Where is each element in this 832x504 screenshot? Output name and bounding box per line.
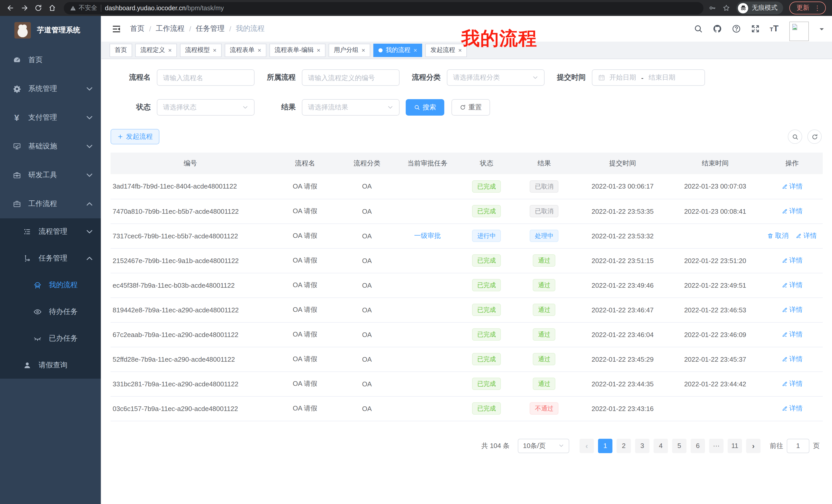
sidebar-item-system[interactable]: 系统管理 bbox=[0, 75, 101, 103]
back-button[interactable] bbox=[4, 2, 17, 15]
sidebar-item-leave-query[interactable]: 请假查询 bbox=[0, 352, 101, 379]
help-icon[interactable] bbox=[732, 24, 741, 33]
detail-link[interactable]: 详情 bbox=[782, 379, 803, 388]
sidebar-item-task-mgmt[interactable]: 任务管理 bbox=[0, 245, 101, 272]
page-button-4[interactable]: 4 bbox=[654, 439, 668, 453]
security-chip[interactable]: 不安全 bbox=[70, 4, 97, 12]
tab-用户分组[interactable]: 用户分组× bbox=[329, 44, 370, 57]
detail-link[interactable]: 详情 bbox=[782, 330, 803, 339]
sidebar-item-my-process[interactable]: 我的流程 bbox=[0, 272, 101, 299]
page-button-3[interactable]: 3 bbox=[635, 439, 649, 453]
page-button-6[interactable]: 6 bbox=[691, 439, 705, 453]
sidebar-item-workflow[interactable]: 工作流程 bbox=[0, 190, 101, 218]
bookmark-star-icon[interactable] bbox=[723, 4, 730, 12]
page-button-11[interactable]: 11 bbox=[728, 439, 742, 453]
page-button-2[interactable]: 2 bbox=[617, 439, 631, 453]
sidebar-item-home[interactable]: 首页 bbox=[0, 46, 101, 75]
sidebar-item-done-task[interactable]: 已办任务 bbox=[0, 325, 101, 352]
date-range-picker[interactable]: 开始日期 - 结束日期 bbox=[592, 69, 705, 86]
refresh-table-button[interactable] bbox=[807, 130, 822, 144]
fullscreen-icon[interactable] bbox=[751, 24, 760, 33]
sidebar-item-devtools[interactable]: 研发工具 bbox=[0, 161, 101, 190]
status-badge: 已完成 bbox=[472, 180, 501, 193]
task-link[interactable]: 一级审批 bbox=[414, 232, 441, 240]
cell-result: 通过 bbox=[512, 298, 576, 322]
detail-link[interactable]: 详情 bbox=[782, 305, 803, 314]
breadcrumb-item[interactable]: 首页 bbox=[130, 24, 145, 33]
reset-button[interactable]: 重置 bbox=[451, 99, 490, 116]
page-jump-input[interactable] bbox=[787, 439, 809, 453]
detail-link[interactable]: 详情 bbox=[796, 231, 817, 241]
close-icon[interactable]: × bbox=[458, 47, 462, 53]
sidebar-item-todo-task[interactable]: 待办任务 bbox=[0, 299, 101, 325]
process-name-input[interactable] bbox=[163, 74, 249, 81]
cancel-link[interactable]: 取消 bbox=[768, 231, 788, 241]
detail-link[interactable]: 详情 bbox=[782, 256, 803, 265]
cell-current-task bbox=[394, 322, 461, 347]
more-pages-button[interactable]: ··· bbox=[709, 439, 724, 453]
result-select[interactable]: 请选择流结果 bbox=[302, 99, 399, 116]
table-row: 7317cec6-7b9b-11ec-b5b7-acde48001122OA 请… bbox=[110, 223, 823, 248]
close-icon[interactable]: × bbox=[168, 47, 172, 53]
tab-首页[interactable]: 首页 bbox=[109, 44, 132, 57]
close-icon[interactable]: × bbox=[362, 47, 365, 53]
close-icon[interactable]: × bbox=[213, 47, 216, 53]
show-search-button[interactable] bbox=[788, 130, 802, 144]
detail-link[interactable]: 详情 bbox=[782, 355, 803, 364]
category-select[interactable]: 请选择流程分类 bbox=[447, 69, 545, 86]
chevron-down-icon bbox=[85, 228, 94, 236]
prev-page-button[interactable]: ‹ bbox=[579, 439, 594, 453]
breadcrumb-item[interactable]: 工作流程 bbox=[156, 24, 185, 33]
reload-button[interactable] bbox=[32, 2, 45, 15]
home-button[interactable] bbox=[46, 2, 59, 15]
page-size-select[interactable]: 10条/页 bbox=[518, 439, 569, 453]
close-icon[interactable]: × bbox=[413, 47, 417, 53]
breadcrumb-item[interactable]: 任务管理 bbox=[196, 24, 225, 33]
detail-link[interactable]: 详情 bbox=[782, 281, 803, 290]
detail-link[interactable]: 详情 bbox=[782, 182, 803, 191]
tab-流程表单[interactable]: 流程表单× bbox=[225, 44, 266, 57]
app-logo[interactable]: 芋道管理系统 bbox=[0, 16, 101, 45]
status-select[interactable]: 请选择状态 bbox=[157, 99, 255, 116]
calendar-icon bbox=[598, 74, 605, 81]
browser-update-button[interactable]: 更新 ⋮ bbox=[789, 2, 826, 15]
detail-link[interactable]: 详情 bbox=[782, 206, 803, 216]
tab-发起流程[interactable]: 发起流程× bbox=[425, 44, 467, 57]
font-size-icon[interactable]: TT bbox=[770, 24, 779, 34]
github-icon[interactable] bbox=[713, 24, 722, 33]
close-icon[interactable]: × bbox=[317, 47, 320, 53]
page-button-1[interactable]: 1 bbox=[598, 439, 613, 453]
detail-link[interactable]: 详情 bbox=[782, 404, 803, 413]
search-button[interactable]: 搜索 bbox=[406, 99, 444, 116]
forward-button[interactable] bbox=[18, 2, 31, 15]
tab-流程定义[interactable]: 流程定义× bbox=[135, 44, 177, 57]
cell-current-task: 一级审批 bbox=[394, 223, 461, 248]
avatar[interactable] bbox=[789, 22, 809, 41]
tab-流程模型[interactable]: 流程模型× bbox=[180, 44, 222, 57]
password-key-icon[interactable] bbox=[709, 4, 716, 12]
user-icon bbox=[23, 361, 31, 369]
arrow-left-icon bbox=[7, 4, 15, 12]
sidebar-item-process-mgmt[interactable]: 流程管理 bbox=[0, 218, 101, 245]
tab-我的流程[interactable]: 我的流程× bbox=[373, 44, 422, 57]
create-process-button[interactable]: 发起流程 bbox=[110, 129, 159, 144]
sidebar-item-payment[interactable]: ¥支付管理 bbox=[0, 103, 101, 132]
sidebar-item-infra[interactable]: 基础设施 bbox=[0, 132, 101, 161]
result-badge: 已取消 bbox=[530, 180, 559, 193]
close-icon[interactable]: × bbox=[258, 47, 261, 53]
hamburger-icon[interactable] bbox=[111, 24, 121, 33]
chevron-down-icon bbox=[387, 104, 393, 110]
process-definition-input[interactable] bbox=[308, 74, 393, 81]
tab-流程表单-编辑[interactable]: 流程表单-编辑× bbox=[269, 44, 326, 57]
app-title: 芋道管理系统 bbox=[37, 26, 80, 35]
avatar-caret-icon[interactable] bbox=[820, 28, 824, 32]
cell-id: 67c2eaab-7b9a-11ec-a290-acde48001122 bbox=[110, 322, 270, 347]
result-badge: 通过 bbox=[533, 279, 555, 291]
next-page-button[interactable]: › bbox=[746, 439, 760, 453]
address-bar[interactable]: 不安全 dashboard.yudao.iocoder.cn/bpm/task/… bbox=[64, 2, 703, 14]
process-table: 编号流程名流程分类当前审批任务状态结果提交时间结束时间操作 3ad174fb-7… bbox=[110, 152, 823, 421]
edit-icon bbox=[782, 307, 788, 313]
search-icon[interactable] bbox=[694, 24, 703, 33]
page-button-5[interactable]: 5 bbox=[672, 439, 686, 453]
browser-menu-icon[interactable]: ⋮ bbox=[814, 5, 821, 11]
